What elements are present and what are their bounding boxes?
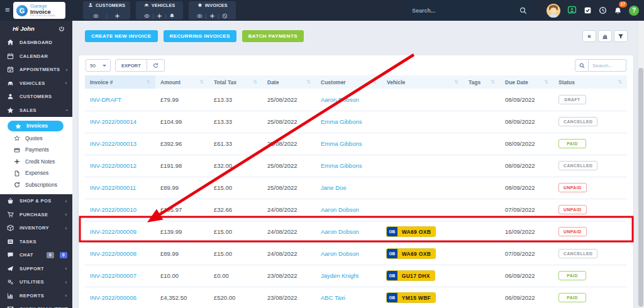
invoice-link[interactable]: INV-2022/000007	[90, 272, 136, 279]
column-header-status[interactable]: Status⇅	[553, 75, 627, 89]
vehicle-plate[interactable]: GBYM15 WBF	[387, 293, 435, 302]
vehicle-plate[interactable]: GBWA69 OXB	[387, 249, 435, 258]
customer-link[interactable]: Aaron Dobson	[321, 250, 359, 257]
logout-power-icon[interactable]	[58, 23, 65, 34]
plate-number: GU17 DHX	[397, 271, 435, 280]
recurring-invoices-button[interactable]: RECURRING INVOICES	[164, 30, 236, 42]
customer-link[interactable]: Emma Gibbons	[321, 118, 362, 125]
column-header-due-date[interactable]: Due Date⇅	[500, 75, 553, 89]
submenu-item-expenses[interactable]: Expenses	[0, 167, 72, 179]
vehicle-plate[interactable]: GBGU17 DHX	[387, 271, 435, 280]
vertical-scrollbar[interactable]	[637, 21, 644, 308]
customer-link[interactable]: Emma Gibbons	[321, 140, 362, 147]
customer-link[interactable]: Aaron Dobson	[321, 96, 359, 103]
customer-link[interactable]: Aaron Dobson	[321, 206, 359, 213]
tags-cell	[464, 199, 500, 221]
star-icon	[15, 123, 21, 129]
sidebar-item-calendar[interactable]: CALENDAR	[0, 50, 72, 63]
view-invoices-button[interactable]	[194, 13, 206, 19]
global-search-input[interactable]	[412, 8, 519, 14]
sidebar: Hi John DASHBOARDCALENDARAPPOINTMENTS‹VE…	[0, 21, 72, 308]
check-square-icon[interactable]	[584, 6, 592, 14]
sidebar-item-tasks[interactable]: TASKS	[0, 235, 72, 249]
column-header-date[interactable]: Date⇅	[262, 75, 316, 89]
sidebar-item-chat[interactable]: CHAT00	[0, 248, 72, 262]
sidebar-item-purchase[interactable]: PURCHASE‹	[0, 208, 72, 222]
column-header-amount[interactable]: Amount⇅	[155, 75, 209, 89]
status-badge: UNPAID	[558, 227, 587, 236]
sidebar-item-customers[interactable]: CUSTOMERS	[0, 90, 72, 104]
tags-cell	[464, 177, 500, 199]
sidebar-item-appointments[interactable]: APPOINTMENTS‹	[0, 63, 72, 77]
invoice-link[interactable]: INV-2022/000008	[90, 250, 136, 257]
add-customer-button[interactable]	[111, 13, 123, 19]
invoice-link[interactable]: INV-2022/000013	[90, 140, 136, 147]
customer-link[interactable]: ABC Taxi	[321, 294, 345, 301]
add-invoice-button[interactable]	[206, 13, 218, 19]
sidebar-item-support[interactable]: SUPPORT‹	[0, 262, 72, 276]
export-button[interactable]: EXPORT	[115, 59, 147, 72]
view-vehicles-button[interactable]	[141, 13, 153, 19]
scrollbar-thumb[interactable]	[638, 68, 643, 307]
column-header-vehicle[interactable]: Vehicle⇅	[382, 75, 464, 89]
column-header-invoice[interactable]: Invoice #⇅	[85, 75, 155, 89]
search-icon[interactable]	[519, 5, 527, 16]
table-search-icon[interactable]	[575, 59, 589, 72]
sidebar-item-dashboard[interactable]: DASHBOARD	[0, 36, 72, 50]
refresh-button[interactable]	[147, 59, 165, 72]
home-icon	[7, 39, 14, 46]
amount-cell: £104.99	[155, 111, 209, 133]
app-logo[interactable]: G Garage Invoice PROFESSIONAL	[13, 2, 65, 19]
table-search-input[interactable]	[589, 59, 626, 72]
submenu-item-credit-notes[interactable]: Credit Notes	[0, 156, 72, 168]
amount-cell: £89.99	[155, 177, 209, 199]
user-avatar[interactable]	[547, 4, 560, 18]
status-badge: CANCELLED	[558, 117, 597, 126]
add-vehicle-button[interactable]	[153, 13, 165, 19]
create-new-invoice-button[interactable]: CREATE NEW INVOICE	[85, 30, 158, 42]
plate-number: WA69 OXB	[397, 227, 435, 236]
submenu-item-invoices[interactable]: Invoices	[8, 121, 64, 131]
clock-icon[interactable]	[599, 6, 607, 14]
invoice-table: Invoice #⇅Amount⇅Total Tax⇅Date⇅Customer…	[85, 75, 627, 308]
sidebar-item-quick-email-text[interactable]: QUICK EMAIL/TEXT‹	[0, 302, 72, 308]
submenu-item-quotes[interactable]: Quotes	[0, 133, 72, 145]
invoice-link[interactable]: INV-2022/000009	[90, 228, 136, 235]
help-icon[interactable]: ?	[629, 6, 639, 16]
sidebar-item-reports[interactable]: REPORTS‹	[0, 289, 72, 303]
customer-link[interactable]: Jayden Knight	[321, 272, 358, 279]
sidebar-item-utilities[interactable]: UTILITIES‹	[0, 275, 72, 289]
sidebar-item-inventory[interactable]: INVENTORY‹	[0, 221, 72, 235]
invoice-link[interactable]: INV-2022/000010	[90, 206, 136, 213]
submenu-item-payments[interactable]: Payments	[0, 144, 72, 156]
column-header-total-tax[interactable]: Total Tax⇅	[209, 75, 262, 89]
sidebar-item-sales[interactable]: SALES‹	[0, 104, 72, 118]
vehicle-reminders-button[interactable]	[166, 13, 178, 19]
customer-link[interactable]: Jane Doe	[321, 184, 347, 191]
batch-payments-button[interactable]: BATCH PAYMENTS	[242, 30, 304, 42]
filter-button[interactable]	[614, 30, 628, 42]
sidebar-item-shop-pos[interactable]: SHOP & POS‹	[0, 194, 72, 208]
column-header-customer[interactable]: Customer⇅	[316, 75, 382, 89]
sort-icon: ⇅	[372, 79, 377, 85]
customer-link[interactable]: Emma Gibbons	[321, 162, 362, 169]
void-invoices-button[interactable]	[219, 13, 231, 19]
invoice-link[interactable]: INV-2022/000006	[90, 294, 136, 301]
vehicle-plate[interactable]: GBWA69 OXB	[387, 227, 435, 236]
notifications-bell-icon[interactable]: 27	[614, 5, 622, 16]
submenu-item-subscriptions[interactable]: Subscriptions	[0, 179, 72, 191]
collapse-button[interactable]: «	[582, 30, 596, 42]
page-size-select[interactable]: 50	[86, 59, 111, 72]
support-agent-icon[interactable]	[567, 6, 577, 15]
chart-view-button[interactable]	[598, 30, 612, 42]
sort-icon: ⇅	[491, 79, 495, 85]
column-header-tags[interactable]: Tags⇅	[464, 75, 500, 89]
invoice-link[interactable]: INV-2022/000012	[90, 162, 136, 169]
sidebar-item-vehicles[interactable]: VEHICLES‹	[0, 77, 72, 91]
menu-toggle-icon[interactable]: ≡	[5, 5, 10, 15]
invoice-link[interactable]: INV-2022/000011	[90, 184, 136, 191]
customer-link[interactable]: Aaron Dobson	[321, 228, 359, 235]
invoice-link[interactable]: INV-2022/000014	[90, 118, 136, 125]
view-customers-button[interactable]	[90, 13, 102, 19]
invoice-link[interactable]: INV-DRAFT	[90, 96, 121, 103]
